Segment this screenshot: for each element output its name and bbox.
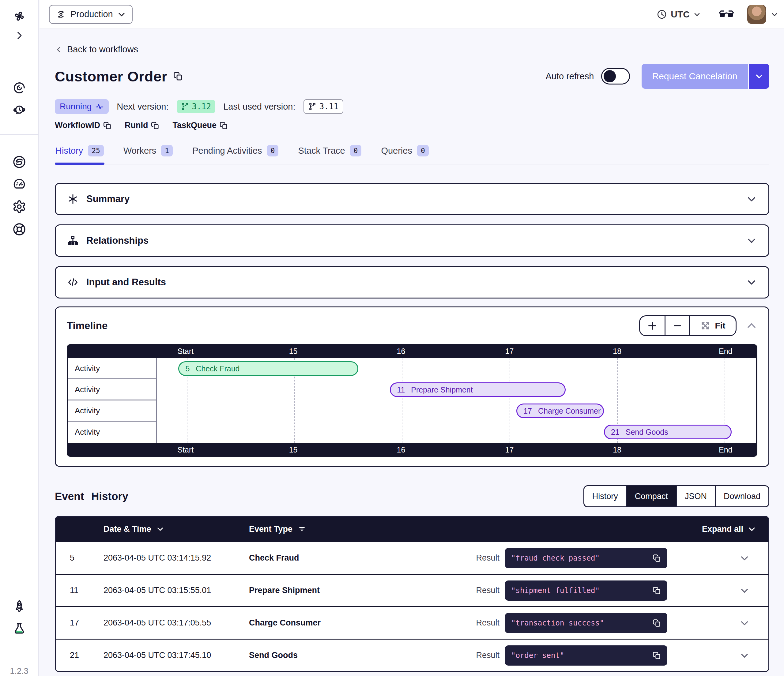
filter-icon bbox=[298, 525, 306, 533]
avatar[interactable] bbox=[747, 5, 766, 24]
tab-pending-activities[interactable]: Pending Activities0 bbox=[192, 143, 279, 164]
namespace-label: Production bbox=[70, 9, 113, 19]
event-type-column-header[interactable]: Event Type bbox=[249, 524, 702, 534]
chevron-down-icon[interactable] bbox=[746, 235, 757, 246]
copy-icon bbox=[219, 121, 228, 130]
event-history-table: Date & Time Event Type Expand all 5 206 bbox=[55, 516, 769, 672]
event-type: Charge Consumer bbox=[249, 618, 476, 628]
view-download-button[interactable]: Download bbox=[715, 486, 768, 507]
timeline-zoom-controls: Fit bbox=[639, 315, 737, 336]
nexus-icon[interactable] bbox=[12, 155, 26, 169]
timeline-bar-prepare-shipment[interactable]: 11Prepare Shipment bbox=[390, 382, 565, 397]
tab-stack-trace[interactable]: Stack Trace0 bbox=[297, 143, 362, 164]
result-label: Result bbox=[476, 553, 499, 563]
namespace-selector[interactable]: Production bbox=[49, 5, 132, 24]
timeline-axis-bottom: Start15161718End bbox=[67, 443, 758, 457]
zoom-in-button[interactable] bbox=[640, 316, 664, 335]
result-label: Result bbox=[476, 618, 499, 628]
task-queue-copy[interactable]: TaskQueue bbox=[173, 121, 228, 130]
timezone-selector[interactable]: UTC bbox=[656, 9, 701, 20]
workflow-id-copy[interactable]: WorkflowID bbox=[55, 121, 112, 130]
branch-icon bbox=[308, 103, 316, 110]
expand-sidebar-icon[interactable] bbox=[14, 30, 25, 41]
collapse-timeline-chevron-icon[interactable] bbox=[746, 320, 758, 332]
clock-icon bbox=[656, 9, 667, 20]
schedules-icon[interactable] bbox=[12, 103, 26, 117]
chevron-down-icon bbox=[156, 525, 164, 533]
tab-count-badge: 0 bbox=[350, 145, 362, 157]
event-row[interactable]: 17 2063-04-05 UTC 03:17:05.55 Charge Con… bbox=[56, 606, 768, 639]
back-label: Back to workflows bbox=[67, 44, 138, 54]
row-label: Activity bbox=[68, 358, 156, 379]
view-switcher: History Compact JSON Download bbox=[583, 485, 769, 507]
result-chip: "order sent" bbox=[505, 645, 667, 665]
copy-icon[interactable] bbox=[173, 71, 183, 81]
sidebar-divider bbox=[0, 134, 39, 135]
asterisk-icon bbox=[67, 193, 78, 205]
app-version: 1.2.3 bbox=[10, 667, 28, 676]
copy-icon[interactable] bbox=[653, 619, 661, 627]
expand-row-chevron-icon[interactable] bbox=[667, 618, 756, 628]
axis-tick-label: End bbox=[719, 443, 732, 457]
event-row[interactable]: 21 2063-04-05 UTC 03:17:45.10 Send Goods… bbox=[56, 639, 768, 671]
account-menu-chevron-icon[interactable] bbox=[770, 11, 778, 19]
axis-tick-label: End bbox=[719, 344, 732, 358]
event-history-title: Event History bbox=[55, 490, 128, 502]
event-row[interactable]: 5 2063-04-05 UTC 03:14:15.92 Check Fraud… bbox=[56, 541, 768, 574]
view-history-button[interactable]: History bbox=[584, 486, 626, 507]
status-badge: Running bbox=[55, 99, 109, 114]
copy-icon bbox=[103, 121, 112, 130]
request-cancelation-button[interactable]: Request Cancelation bbox=[642, 64, 769, 89]
page-title: Customer Order bbox=[55, 68, 167, 85]
event-row[interactable]: 11 2063-04-05 UTC 03:15:55.01 Prepare Sh… bbox=[56, 574, 768, 606]
code-icon bbox=[67, 277, 78, 288]
tab-workers[interactable]: Workers1 bbox=[123, 143, 173, 164]
usage-icon[interactable] bbox=[12, 177, 26, 191]
view-json-button[interactable]: JSON bbox=[676, 486, 715, 507]
view-compact-button[interactable]: Compact bbox=[626, 486, 676, 507]
expand-all-button[interactable]: Expand all bbox=[702, 524, 756, 534]
cancelation-menu-chevron-icon[interactable] bbox=[748, 64, 769, 89]
input-results-section[interactable]: Input and Results bbox=[55, 266, 769, 298]
copy-icon[interactable] bbox=[653, 554, 661, 563]
settings-icon[interactable] bbox=[12, 200, 26, 214]
tab-queries[interactable]: Queries0 bbox=[380, 143, 429, 164]
row-label: Activity bbox=[68, 421, 156, 443]
expand-row-chevron-icon[interactable] bbox=[667, 553, 756, 563]
timeline-gantt: Start15161718End Activity Activity Activ… bbox=[67, 344, 758, 457]
event-id: 17 bbox=[70, 618, 104, 628]
chevron-down-icon[interactable] bbox=[746, 277, 757, 287]
sidebar: 1.2.3 bbox=[0, 0, 39, 676]
copy-icon bbox=[151, 121, 160, 130]
whats-new-icon[interactable] bbox=[12, 599, 26, 613]
date-time-column-header[interactable]: Date & Time bbox=[104, 524, 249, 534]
back-to-workflows-link[interactable]: Back to workflows bbox=[55, 44, 138, 54]
timeline-bar-charge-consumer[interactable]: 17Charge Consumer bbox=[516, 404, 604, 418]
auto-refresh-toggle[interactable] bbox=[601, 68, 630, 84]
temporal-logo-icon[interactable] bbox=[12, 9, 26, 23]
tab-history[interactable]: History25 bbox=[55, 143, 104, 164]
expand-row-chevron-icon[interactable] bbox=[667, 651, 756, 660]
support-icon[interactable] bbox=[12, 222, 26, 236]
copy-icon[interactable] bbox=[653, 586, 661, 595]
axis-tick-label: 17 bbox=[505, 443, 514, 457]
relationships-section[interactable]: Relationships bbox=[55, 224, 769, 257]
result-label: Result bbox=[476, 651, 499, 660]
workflows-icon[interactable] bbox=[12, 81, 26, 95]
chevron-left-icon bbox=[55, 46, 63, 54]
gridline bbox=[402, 358, 403, 443]
timeline-bar-check-fraud[interactable]: 5Check Fraud bbox=[178, 361, 358, 376]
labs-glasses-icon[interactable] bbox=[719, 8, 734, 20]
zoom-out-button[interactable] bbox=[664, 316, 689, 335]
fit-button[interactable]: Fit bbox=[689, 316, 736, 335]
event-timestamp: 2063-04-05 UTC 03:17:05.55 bbox=[104, 618, 249, 628]
summary-section[interactable]: Summary bbox=[55, 183, 769, 215]
run-id-copy[interactable]: RunId bbox=[124, 121, 160, 130]
event-id: 11 bbox=[70, 586, 104, 595]
labs-icon[interactable] bbox=[12, 622, 26, 636]
timeline-bar-send-goods[interactable]: 21Send Goods bbox=[604, 425, 732, 439]
expand-row-chevron-icon[interactable] bbox=[667, 586, 756, 595]
tab-count-badge: 1 bbox=[161, 145, 173, 157]
copy-icon[interactable] bbox=[653, 651, 661, 660]
chevron-down-icon[interactable] bbox=[746, 194, 757, 204]
